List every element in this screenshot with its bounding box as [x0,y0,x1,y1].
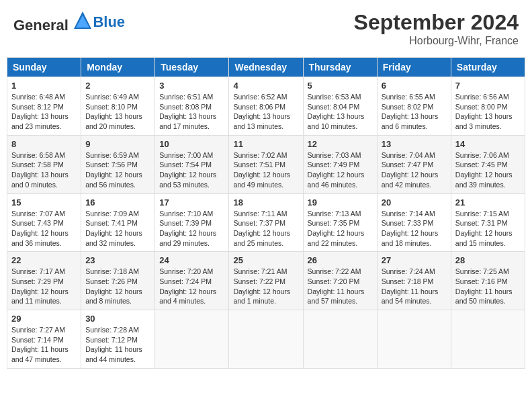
day-number: 7 [455,81,521,91]
calendar-cell: 28Sunrise: 7:25 AM Sunset: 7:16 PM Dayli… [451,252,525,310]
calendar-week-row: 22Sunrise: 7:17 AM Sunset: 7:29 PM Dayli… [7,252,525,310]
day-number: 25 [233,255,298,265]
day-number: 6 [382,81,447,91]
calendar-cell: 7Sunrise: 6:56 AM Sunset: 8:00 PM Daylig… [451,77,525,136]
calendar-cell: 27Sunrise: 7:24 AM Sunset: 7:18 PM Dayli… [377,252,451,310]
calendar-cell: 8Sunrise: 6:58 AM Sunset: 7:58 PM Daylig… [7,135,81,193]
day-info: Sunrise: 6:55 AM Sunset: 8:02 PM Dayligh… [382,92,447,132]
day-of-week-header: Thursday [303,58,377,77]
calendar-cell: 14Sunrise: 7:06 AM Sunset: 7:45 PM Dayli… [451,135,525,193]
day-of-week-header: Wednesday [229,58,303,77]
day-info: Sunrise: 7:24 AM Sunset: 7:18 PM Dayligh… [382,267,447,306]
day-info: Sunrise: 7:06 AM Sunset: 7:45 PM Dayligh… [455,150,521,190]
day-of-week-header: Saturday [451,58,525,77]
day-number: 26 [308,255,373,265]
day-info: Sunrise: 7:02 AM Sunset: 7:51 PM Dayligh… [233,150,298,190]
day-number: 10 [159,139,224,149]
logo-blue: Blue [93,13,125,31]
day-info: Sunrise: 7:18 AM Sunset: 7:26 PM Dayligh… [85,267,150,306]
calendar-cell: 23Sunrise: 7:18 AM Sunset: 7:26 PM Dayli… [81,252,155,310]
calendar-cell: 20Sunrise: 7:14 AM Sunset: 7:33 PM Dayli… [377,193,451,252]
day-number: 15 [11,197,77,208]
calendar-cell: 13Sunrise: 7:04 AM Sunset: 7:47 PM Dayli… [377,135,451,193]
day-info: Sunrise: 7:11 AM Sunset: 7:37 PM Dayligh… [233,209,298,248]
day-number: 1 [11,81,77,91]
calendar-body: 1Sunrise: 6:48 AM Sunset: 8:12 PM Daylig… [7,77,525,369]
calendar-week-row: 8Sunrise: 6:58 AM Sunset: 7:58 PM Daylig… [7,135,525,193]
day-info: Sunrise: 7:25 AM Sunset: 7:16 PM Dayligh… [455,267,521,306]
day-info: Sunrise: 6:53 AM Sunset: 8:04 PM Dayligh… [308,92,373,132]
day-of-week-header: Sunday [7,58,81,77]
calendar-cell: 18Sunrise: 7:11 AM Sunset: 7:37 PM Dayli… [229,193,303,252]
calendar-week-row: 1Sunrise: 6:48 AM Sunset: 8:12 PM Daylig… [7,77,525,136]
day-info: Sunrise: 6:59 AM Sunset: 7:56 PM Dayligh… [85,150,150,190]
day-info: Sunrise: 7:17 AM Sunset: 7:29 PM Dayligh… [11,267,77,306]
day-info: Sunrise: 7:27 AM Sunset: 7:14 PM Dayligh… [11,325,77,365]
day-number: 20 [382,197,447,208]
day-number: 18 [233,197,298,208]
calendar-cell [229,310,303,369]
calendar-cell: 25Sunrise: 7:21 AM Sunset: 7:22 PM Dayli… [229,252,303,310]
day-of-week-header: Monday [81,58,155,77]
calendar-cell: 5Sunrise: 6:53 AM Sunset: 8:04 PM Daylig… [303,77,377,136]
calendar-table: SundayMondayTuesdayWednesdayThursdayFrid… [7,57,525,369]
day-info: Sunrise: 6:48 AM Sunset: 8:12 PM Dayligh… [11,92,77,132]
day-info: Sunrise: 7:09 AM Sunset: 7:41 PM Dayligh… [85,209,150,248]
calendar-cell: 16Sunrise: 7:09 AM Sunset: 7:41 PM Dayli… [81,193,155,252]
day-info: Sunrise: 7:22 AM Sunset: 7:20 PM Dayligh… [308,267,373,306]
calendar-cell: 30Sunrise: 7:28 AM Sunset: 7:12 PM Dayli… [81,310,155,369]
day-number: 21 [455,197,521,208]
day-info: Sunrise: 7:21 AM Sunset: 7:22 PM Dayligh… [233,267,298,306]
header: General Blue September 2024 Horbourg-Wih… [7,7,525,50]
day-info: Sunrise: 7:13 AM Sunset: 7:35 PM Dayligh… [308,209,373,248]
calendar-cell: 1Sunrise: 6:48 AM Sunset: 8:12 PM Daylig… [7,77,81,136]
calendar-cell: 9Sunrise: 6:59 AM Sunset: 7:56 PM Daylig… [81,135,155,193]
day-number: 22 [11,255,77,265]
calendar-cell: 19Sunrise: 7:13 AM Sunset: 7:35 PM Dayli… [303,193,377,252]
day-info: Sunrise: 7:14 AM Sunset: 7:33 PM Dayligh… [382,209,447,248]
day-number: 16 [85,197,150,208]
day-info: Sunrise: 7:03 AM Sunset: 7:49 PM Dayligh… [308,150,373,190]
day-number: 4 [233,81,298,91]
title-area: September 2024 Horbourg-Wihr, France [354,10,519,47]
day-number: 29 [11,314,77,324]
day-number: 14 [455,139,521,149]
calendar-cell: 12Sunrise: 7:03 AM Sunset: 7:49 PM Dayli… [303,135,377,193]
calendar-week-row: 15Sunrise: 7:07 AM Sunset: 7:43 PM Dayli… [7,193,525,252]
day-info: Sunrise: 6:58 AM Sunset: 7:58 PM Dayligh… [11,150,77,190]
day-info: Sunrise: 6:51 AM Sunset: 8:08 PM Dayligh… [159,92,224,132]
calendar-cell: 10Sunrise: 7:00 AM Sunset: 7:54 PM Dayli… [155,135,229,193]
day-number: 9 [85,139,150,149]
day-info: Sunrise: 6:56 AM Sunset: 8:00 PM Dayligh… [455,92,521,132]
calendar-cell: 24Sunrise: 7:20 AM Sunset: 7:24 PM Dayli… [155,252,229,310]
calendar-cell: 6Sunrise: 6:55 AM Sunset: 8:02 PM Daylig… [377,77,451,136]
day-info: Sunrise: 7:07 AM Sunset: 7:43 PM Dayligh… [11,209,77,248]
logo-icon [73,10,93,30]
calendar-cell: 11Sunrise: 7:02 AM Sunset: 7:51 PM Dayli… [229,135,303,193]
day-number: 13 [382,139,447,149]
day-of-week-header: Tuesday [155,58,229,77]
logo: General Blue [13,10,125,34]
day-number: 17 [159,197,224,208]
day-info: Sunrise: 7:28 AM Sunset: 7:12 PM Dayligh… [85,325,150,365]
day-number: 11 [233,139,298,149]
day-number: 8 [11,139,77,149]
day-number: 2 [85,81,150,91]
calendar-cell [451,310,525,369]
day-info: Sunrise: 7:00 AM Sunset: 7:54 PM Dayligh… [159,150,224,190]
day-info: Sunrise: 6:52 AM Sunset: 8:06 PM Dayligh… [233,92,298,132]
day-number: 19 [308,197,373,208]
calendar-cell: 3Sunrise: 6:51 AM Sunset: 8:08 PM Daylig… [155,77,229,136]
day-info: Sunrise: 7:04 AM Sunset: 7:47 PM Dayligh… [382,150,447,190]
calendar-cell: 2Sunrise: 6:49 AM Sunset: 8:10 PM Daylig… [81,77,155,136]
calendar-cell [155,310,229,369]
day-info: Sunrise: 7:15 AM Sunset: 7:31 PM Dayligh… [455,209,521,248]
page-subtitle: Horbourg-Wihr, France [354,35,519,47]
page-title: September 2024 [354,10,519,35]
calendar-cell [377,310,451,369]
day-of-week-header: Friday [377,58,451,77]
calendar-cell: 17Sunrise: 7:10 AM Sunset: 7:39 PM Dayli… [155,193,229,252]
day-number: 3 [159,81,224,91]
day-number: 24 [159,255,224,265]
day-number: 5 [308,81,373,91]
